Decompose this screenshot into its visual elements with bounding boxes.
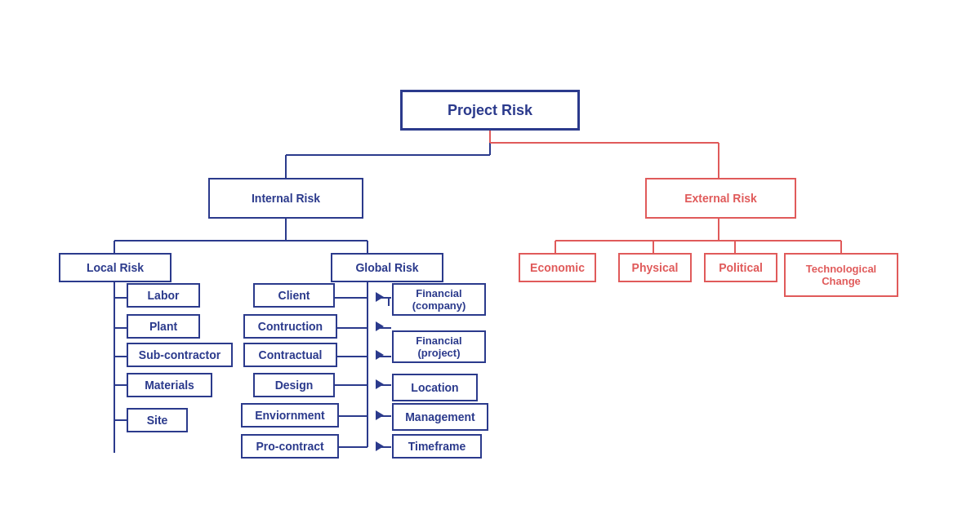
subcontractor-node: Sub-contractor (127, 343, 233, 367)
financial-project-label: Financial (project) (394, 335, 484, 359)
physical-label: Physical (632, 261, 679, 274)
project-risk-node: Project Risk (400, 90, 580, 131)
timeframe-label: Timeframe (408, 440, 466, 453)
internal-risk-label: Internal Risk (252, 192, 320, 205)
contruction-label: Contruction (258, 320, 323, 333)
subcontractor-label: Sub-contractor (139, 348, 220, 361)
contruction-node: Contruction (243, 314, 337, 339)
global-risk-label: Global Risk (355, 261, 418, 274)
technological-change-node: Technological Change (784, 253, 898, 297)
location-node: Location (392, 374, 478, 401)
site-label: Site (147, 414, 168, 427)
financial-company-label: Financial (company) (394, 287, 484, 312)
client-node: Client (253, 283, 335, 308)
enviornment-node: Enviornment (241, 403, 339, 428)
timeframe-node: Timeframe (392, 434, 482, 459)
technological-change-label: Technological Change (786, 263, 897, 287)
local-risk-node: Local Risk (59, 253, 172, 282)
financial-project-node: Financial (project) (392, 330, 486, 363)
design-label: Design (275, 379, 314, 392)
svg-marker-42 (376, 379, 384, 389)
svg-marker-40 (376, 321, 384, 331)
political-node: Political (704, 253, 777, 282)
plant-label: Plant (149, 320, 177, 333)
project-risk-label: Project Risk (448, 102, 532, 119)
labor-node: Labor (127, 283, 200, 308)
plant-node: Plant (127, 314, 200, 339)
materials-label: Materials (145, 379, 194, 392)
svg-marker-43 (376, 410, 384, 420)
client-label: Client (278, 289, 310, 302)
external-risk-label: External Risk (684, 192, 757, 205)
management-label: Management (405, 410, 475, 423)
economic-node: Economic (519, 253, 596, 282)
location-label: Location (411, 381, 458, 394)
site-node: Site (127, 408, 188, 432)
global-risk-node: Global Risk (331, 253, 443, 282)
svg-marker-39 (376, 292, 384, 302)
political-label: Political (719, 261, 763, 274)
svg-marker-44 (376, 441, 384, 451)
contractual-label: Contractual (259, 348, 323, 361)
materials-node: Materials (127, 373, 212, 397)
external-risk-node: External Risk (645, 178, 796, 219)
financial-company-node: Financial (company) (392, 283, 486, 316)
svg-marker-41 (376, 350, 384, 360)
enviornment-label: Enviornment (255, 409, 325, 422)
physical-node: Physical (618, 253, 692, 282)
labor-label: Labor (148, 289, 180, 302)
pro-contract-label: Pro-contract (256, 440, 323, 453)
design-node: Design (253, 373, 335, 397)
local-risk-label: Local Risk (87, 261, 144, 274)
economic-label: Economic (530, 261, 585, 274)
contractual-node: Contractual (243, 343, 337, 367)
pro-contract-node: Pro-contract (241, 434, 339, 459)
internal-risk-node: Internal Risk (208, 178, 363, 219)
management-node: Management (392, 403, 488, 431)
